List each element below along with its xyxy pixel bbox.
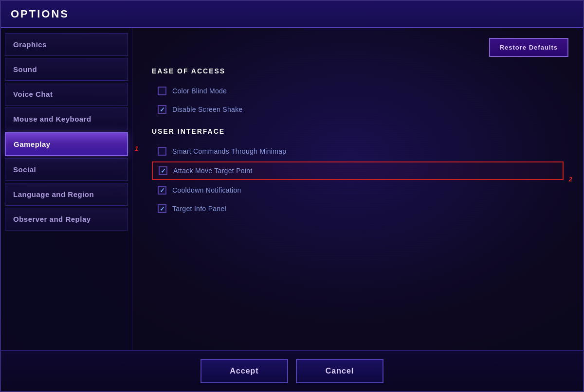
sidebar-item-label: Social [13,165,36,174]
sidebar-item-label: Language and Region [13,190,94,198]
sidebar-item-label: Mouse and Keyboard [13,115,91,123]
sidebar-item-sound[interactable]: Sound [5,58,128,81]
user-interface-header: USER INTERFACE [152,127,564,135]
option-disable-screen-shake: Disable Screen Shake [152,101,564,118]
sidebar-item-label: Sound [13,65,37,73]
option-attack-move-target-point: Attack Move Target Point 2 [152,161,564,180]
sidebar-item-label: Graphics [13,40,47,49]
accept-button[interactable]: Accept [201,359,288,383]
footer: Accept Cancel [1,350,583,391]
sidebar-item-language-region[interactable]: Language and Region [5,183,128,206]
restore-defaults-button[interactable]: Restore Defaults [489,38,568,57]
cancel-button[interactable]: Cancel [296,359,383,383]
option-cooldown-notification: Cooldown Notification [152,182,564,198]
checkbox-disable-screen-shake[interactable] [158,105,166,114]
options-window: OPTIONS Graphics Sound Voice Chat Mouse … [0,0,584,392]
sidebar-item-observer-replay[interactable]: Observer and Replay [5,208,128,231]
sidebar-item-label: Observer and Replay [13,215,91,223]
sidebar-item-voice-chat[interactable]: Voice Chat [5,83,128,106]
annotation-1: 1 [135,145,138,152]
sidebar-item-graphics[interactable]: Graphics [5,33,128,56]
option-label-target-info-panel: Target Info Panel [172,205,226,213]
window-title: OPTIONS [11,8,573,20]
main-content: Graphics Sound Voice Chat Mouse and Keyb… [1,28,583,350]
annotation-2: 2 [569,176,572,183]
content-panel: Restore Defaults EASE OF ACCESS Color Bl… [132,28,583,350]
sidebar-item-social[interactable]: Social [5,158,128,181]
option-smart-commands: Smart Commands Through Minimap [152,143,564,160]
checkbox-smart-commands[interactable] [158,147,166,156]
sidebar-item-gameplay[interactable]: Gameplay [5,132,128,156]
checkbox-cooldown-notification[interactable] [158,186,166,195]
option-label-smart-commands: Smart Commands Through Minimap [172,147,286,155]
sidebar-item-label: Voice Chat [13,90,53,98]
sidebar-item-mouse-keyboard[interactable]: Mouse and Keyboard [5,107,128,130]
option-label-color-blind-mode: Color Blind Mode [172,87,227,95]
title-bar: OPTIONS [1,1,583,28]
option-label-cooldown-notification: Cooldown Notification [172,186,241,194]
option-target-info-panel: Target Info Panel [152,200,564,217]
sidebar: Graphics Sound Voice Chat Mouse and Keyb… [1,28,132,350]
checkbox-target-info-panel[interactable] [158,204,166,213]
sidebar-item-label: Gameplay [14,140,51,148]
checkbox-attack-move-target-point[interactable] [159,166,167,175]
option-label-attack-move-target-point: Attack Move Target Point [173,167,253,175]
checkbox-color-blind-mode[interactable] [158,87,166,95]
option-color-blind-mode: Color Blind Mode [152,83,564,99]
option-label-disable-screen-shake: Disable Screen Shake [172,106,243,113]
ease-of-access-header: EASE OF ACCESS [152,67,564,75]
